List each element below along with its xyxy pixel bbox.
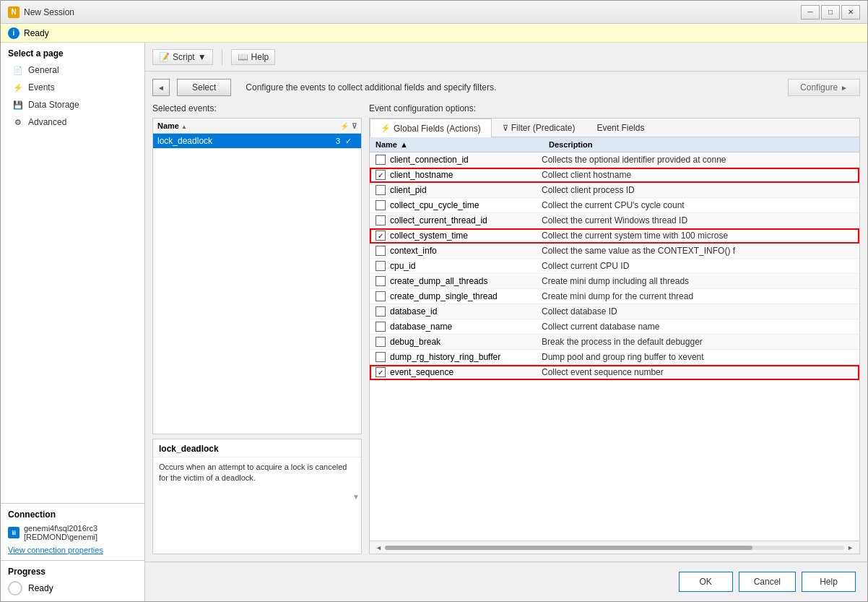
field-name-client-hostname: client_hostname [390,170,542,180]
field-row-context-info: context_info Collect the same value as t… [370,244,859,259]
field-name-create-dump-single: create_dump_single_thread [390,291,542,301]
sidebar: Select a page 📄 General ⚡ Events 💾 Data … [1,43,145,601]
view-connection-link[interactable]: View connection properties [8,546,137,554]
field-checkbox-collect-cpu[interactable] [376,200,386,210]
connection-section: Connection 🖥 genemi4f\sql2016rc3 [REDMON… [1,503,144,560]
datastorage-icon: 💾 [12,99,24,111]
field-checkbox-dump-rg[interactable] [376,352,386,362]
field-checkbox-collect-thread[interactable] [376,215,386,225]
field-checkbox-database-name[interactable] [376,322,386,332]
field-checkbox-event-sequence[interactable]: ✓ [376,367,386,377]
field-row-cpu-id: cpu_id Collect current CPU ID [370,259,859,274]
tab-event-fields[interactable]: Event Fields [586,119,655,137]
main-window: N New Session ─ □ ✕ i Ready Select a pag… [0,0,868,602]
field-checkbox-cpu-id[interactable] [376,261,386,271]
field-name-collect-cpu: collect_cpu_cycle_time [390,200,542,210]
minimize-button[interactable]: ─ [801,5,820,20]
event-config-label: Event configuration options: [369,103,860,113]
field-desc-collect-system-time: Collect the current system time with 100… [542,231,854,241]
configure-button[interactable]: Configure ► [788,79,860,96]
progress-spinner [8,581,22,595]
field-row-collect-cpu-cycle-time: collect_cpu_cycle_time Collect the curre… [370,198,859,213]
event-desc-title: lock_deadlock [153,439,361,457]
nav-back-button[interactable]: ◄ [152,79,170,96]
field-row-collect-current-thread: collect_current_thread_id Collect the cu… [370,213,859,228]
field-row-client-connection-id: client_connection_id Collects the option… [370,152,859,168]
sidebar-datastorage-label: Data Storage [28,100,79,110]
field-checkbox-client-hostname[interactable]: ✓ [376,170,386,180]
selected-events-label: Selected events: [152,103,362,113]
general-icon: 📄 [12,64,24,76]
field-checkbox-create-dump-single[interactable] [376,291,386,301]
help-icon: 📖 [238,52,248,62]
sidebar-item-general[interactable]: 📄 General [1,61,144,79]
sidebar-item-datastorage[interactable]: 💾 Data Storage [1,96,144,113]
field-checkbox-database-id[interactable] [376,306,386,317]
advanced-icon: ⚙ [12,116,24,128]
field-desc-client-hostname: Collect client hostname [542,170,854,180]
field-row-create-dump-all: create_dump_all_threads Create mini dump… [370,274,859,289]
horizontal-scrollbar[interactable]: ◄ ► [370,541,859,554]
funnel-filter-icon: ⊽ [352,122,357,130]
maximize-button[interactable]: □ [821,5,840,20]
ok-button[interactable]: OK [679,572,733,592]
field-desc-collect-thread: Collect the current Windows thread ID [542,215,854,225]
field-name-database-name: database_name [390,322,542,332]
events-sort-icon: ▲ [181,124,187,130]
nav-row: ◄ Select Configure the events to collect… [152,79,860,96]
cancel-button[interactable]: Cancel [739,572,796,592]
scroll-track-horizontal [385,546,844,550]
field-desc-create-dump-single: Create mini dump for the current thread [542,291,854,301]
field-checkbox-client-connection-id[interactable] [376,155,386,165]
right-panel: 📝 Script ▼ 📖 Help ◄ Select Configure the… [145,43,867,601]
sidebar-item-events[interactable]: ⚡ Events [1,79,144,96]
field-row-event-sequence: ✓ event_sequence Collect event sequence … [370,365,859,380]
events-name-label: Name [157,121,179,130]
close-button[interactable]: ✕ [841,5,860,20]
bottom-buttons: OK Cancel Help [145,562,867,601]
field-name-cpu-id: cpu_id [390,261,542,271]
configure-arrow-icon: ► [841,84,848,92]
toolbar-separator [222,49,222,65]
field-row-collect-system-time: ✓ collect_system_time Collect the curren… [370,228,859,244]
field-name-client-pid: client_pid [390,185,542,195]
event-row-lock-deadlock[interactable]: lock_deadlock 3 ✓ [153,134,361,149]
connection-item: 🖥 genemi4f\sql2016rc3 [REDMOND\genemi] [8,524,137,541]
field-checkbox-collect-system-time[interactable]: ✓ [376,231,386,241]
field-desc-client-connection-id: Collects the optional identifier provide… [542,155,854,165]
help-button[interactable]: 📖 Help [231,49,276,65]
tab-global-fields[interactable]: ⚡ Global Fields (Actions) [370,119,492,137]
script-button[interactable]: 📝 Script ▼ [152,49,213,65]
field-row-client-hostname: ✓ client_hostname Collect client hostnam… [370,168,859,183]
fields-desc-label: Description [549,140,593,149]
info-bar: i Ready [1,24,867,43]
field-desc-collect-cpu: Collect the current CPU's cycle count [542,200,854,210]
tabs-header: ⚡ Global Fields (Actions) ⊽ Filter (Pred… [370,119,859,137]
script-dropdown-icon: ▼ [198,52,207,62]
toolbar: 📝 Script ▼ 📖 Help [145,43,867,72]
sidebar-general-label: General [28,65,59,75]
connection-icon: 🖥 [8,527,19,538]
field-checkbox-context-info[interactable] [376,246,386,256]
select-button[interactable]: Select [177,79,231,96]
connection-user: [REDMOND\genemi] [24,533,97,541]
tab-filter-predicate[interactable]: ⊽ Filter (Predicate) [492,119,586,137]
fields-col-desc-header: Description [549,140,854,149]
col-icons: ⚡ ⊽ [340,122,357,130]
field-desc-client-pid: Collect client process ID [542,185,854,195]
field-desc-create-dump-all: Create mini dump including all threads [542,276,854,286]
field-checkbox-create-dump-all[interactable] [376,276,386,286]
scroll-left-icon: ◄ [376,544,382,551]
field-name-event-sequence: event_sequence [390,367,542,377]
nav-description: Configure the events to collect addition… [246,82,781,93]
script-label: Script [173,52,195,62]
fields-table-header: Name ▲ Description [370,137,859,152]
field-checkbox-client-pid[interactable] [376,185,386,195]
help-dialog-button[interactable]: Help [802,572,856,592]
info-status: Ready [24,28,49,38]
field-checkbox-debug-break[interactable] [376,337,386,347]
event-desc-panel: lock_deadlock Occurs when an attempt to … [152,439,362,554]
sidebar-item-advanced[interactable]: ⚙ Advanced [1,113,144,131]
events-table: Name ▲ ⚡ ⊽ lock_deadlock [152,118,362,434]
fields-name-label: Name [376,140,397,149]
